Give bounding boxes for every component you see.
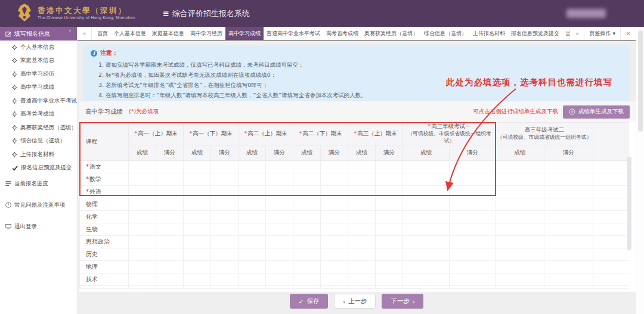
score-cell[interactable] (239, 235, 266, 248)
score-cell[interactable] (293, 260, 321, 273)
score-cell[interactable] (450, 223, 496, 235)
table-scrollbar[interactable] (627, 157, 631, 250)
score-cell[interactable] (376, 198, 403, 210)
tab-3[interactable]: 高中学习经历 (187, 27, 225, 40)
score-cell[interactable] (266, 185, 293, 198)
score-cell[interactable] (184, 210, 211, 223)
score-cell[interactable] (544, 273, 593, 285)
sidebar-item-3[interactable]: 高中学习成绩 (0, 81, 77, 95)
score-cell[interactable] (211, 260, 239, 273)
score-cell[interactable] (348, 223, 376, 235)
score-cell[interactable] (496, 235, 544, 248)
score-cell[interactable] (376, 260, 403, 273)
tab-operations-menu[interactable]: 页签操作 ▾ (584, 27, 620, 40)
sidebar-item-8[interactable]: 上传报名材料 (0, 148, 77, 161)
generate-transcript-button[interactable]: 成绩单生成及下载 (563, 105, 630, 119)
next-step-button[interactable]: 下一步 › (382, 294, 423, 309)
score-cell[interactable] (211, 223, 239, 235)
score-cell[interactable] (544, 223, 593, 235)
tab-7[interactable]: 奥赛获奖经历（选填） (361, 27, 421, 40)
score-cell[interactable] (129, 223, 156, 235)
score-cell[interactable] (211, 210, 239, 223)
score-cell[interactable] (376, 223, 403, 235)
score-cell[interactable] (211, 173, 239, 185)
score-cell[interactable] (321, 223, 348, 235)
score-cell[interactable] (348, 160, 376, 173)
score-cell[interactable] (239, 223, 266, 235)
score-cell[interactable] (239, 173, 266, 185)
tab-5[interactable]: 普通高中学业水平考试 (264, 27, 323, 40)
score-cell[interactable] (211, 248, 239, 260)
score-cell[interactable] (321, 210, 348, 223)
score-cell[interactable] (239, 185, 266, 198)
sidebar-group-fill-info[interactable]: 填写报名信息 ˇ (0, 27, 77, 41)
score-cell[interactable] (496, 260, 544, 273)
score-cell[interactable] (403, 248, 450, 260)
score-cell[interactable] (129, 235, 156, 248)
score-cell[interactable] (184, 260, 211, 273)
score-cell[interactable] (321, 235, 348, 248)
sidebar-item-2[interactable]: 高中学习经历 (0, 67, 77, 81)
score-cell[interactable] (156, 235, 184, 248)
score-cell[interactable] (266, 260, 293, 273)
score-cell[interactable] (403, 173, 450, 185)
score-cell[interactable] (544, 185, 593, 198)
score-cell[interactable] (293, 273, 321, 285)
score-cell[interactable] (496, 185, 544, 198)
page-scrollbar[interactable] (636, 27, 644, 314)
score-cell[interactable] (376, 160, 403, 173)
tabs-scroll-right-icon[interactable]: » (569, 27, 584, 40)
score-cell[interactable] (156, 248, 184, 260)
score-cell[interactable] (496, 173, 544, 185)
score-cell[interactable] (184, 173, 211, 185)
score-cell[interactable] (544, 173, 593, 185)
score-cell[interactable] (211, 273, 239, 285)
score-cell[interactable] (184, 185, 211, 198)
score-cell[interactable] (266, 248, 293, 260)
score-cell[interactable] (450, 160, 496, 173)
save-button[interactable]: ✓ 保存 (290, 294, 329, 309)
score-cell[interactable] (544, 235, 593, 248)
score-cell[interactable] (293, 248, 321, 260)
score-cell[interactable] (211, 185, 239, 198)
score-cell[interactable] (450, 173, 496, 185)
score-cell[interactable] (239, 210, 266, 223)
score-cell[interactable] (376, 273, 403, 285)
tab-6[interactable]: 高考首考成绩 (323, 27, 361, 40)
tab-0[interactable]: 首页 (94, 27, 111, 40)
score-cell[interactable] (403, 235, 450, 248)
score-cell[interactable] (450, 248, 496, 260)
sidebar-item-1[interactable]: 家庭基本信息 (0, 54, 77, 68)
tab-1[interactable]: 个人基本信息 (111, 27, 149, 40)
score-cell[interactable] (239, 260, 266, 273)
score-cell[interactable] (544, 198, 593, 210)
score-cell[interactable] (266, 173, 293, 185)
score-cell[interactable] (184, 198, 211, 210)
tabs-scroll-left-icon[interactable]: « (78, 27, 92, 40)
score-cell[interactable] (321, 198, 348, 210)
score-cell[interactable] (348, 248, 376, 260)
score-cell[interactable] (293, 198, 321, 210)
sidebar-item-9[interactable]: 报名信息预览及提交 (0, 161, 77, 175)
score-cell[interactable] (348, 260, 376, 273)
score-cell[interactable] (184, 248, 211, 260)
score-cell[interactable] (293, 223, 321, 235)
sidebar-item-5[interactable]: 高考首考成绩 (0, 108, 77, 122)
score-cell[interactable] (496, 198, 544, 210)
score-cell[interactable] (403, 223, 450, 235)
score-cell[interactable] (348, 173, 376, 185)
page-scrollbar-thumb[interactable] (638, 30, 643, 132)
score-cell[interactable] (156, 173, 184, 185)
score-cell[interactable] (544, 248, 593, 260)
score-cell[interactable] (403, 185, 450, 198)
score-cell[interactable] (239, 273, 266, 285)
score-cell[interactable] (376, 235, 403, 248)
score-cell[interactable] (266, 198, 293, 210)
score-cell[interactable] (184, 235, 211, 248)
score-cell[interactable] (450, 198, 496, 210)
sidebar-item-4[interactable]: 普通高中学业水平考试 (0, 94, 77, 108)
previous-step-button[interactable]: ‹ 上一步 (334, 294, 376, 309)
score-cell[interactable] (129, 160, 156, 173)
score-cell[interactable] (403, 198, 450, 210)
tab-2[interactable]: 家庭基本信息 (149, 27, 187, 40)
